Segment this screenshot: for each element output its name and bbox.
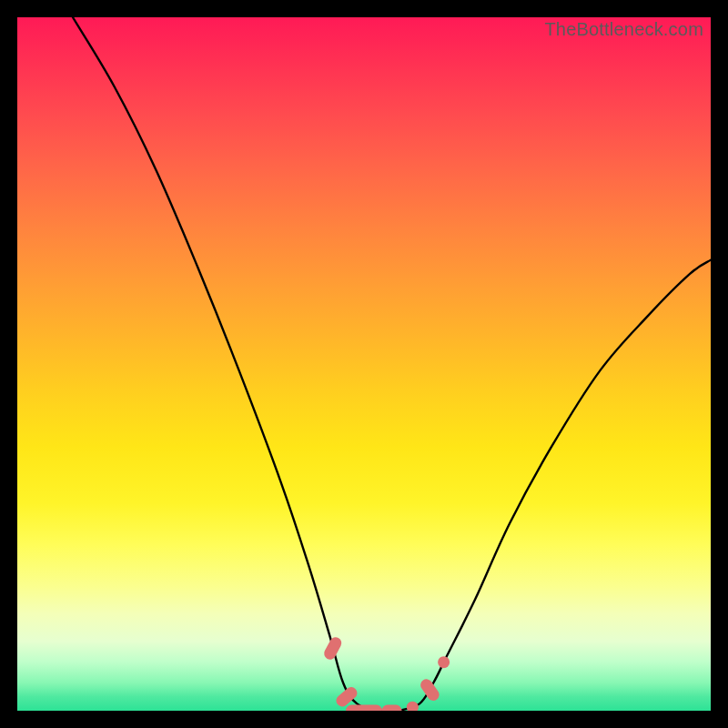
left-curve (73, 17, 399, 711)
chart-svg (17, 17, 711, 711)
curve-marker (346, 705, 382, 712)
chart-plot-area: TheBottleneck.com (17, 17, 711, 711)
curve-marker (407, 702, 419, 711)
markers-group (322, 635, 450, 711)
curve-marker (381, 705, 401, 712)
right-curve (399, 260, 711, 711)
curve-marker (419, 677, 442, 703)
chart-frame: TheBottleneck.com (0, 0, 728, 728)
curve-marker (322, 635, 344, 662)
curve-marker (438, 656, 450, 668)
